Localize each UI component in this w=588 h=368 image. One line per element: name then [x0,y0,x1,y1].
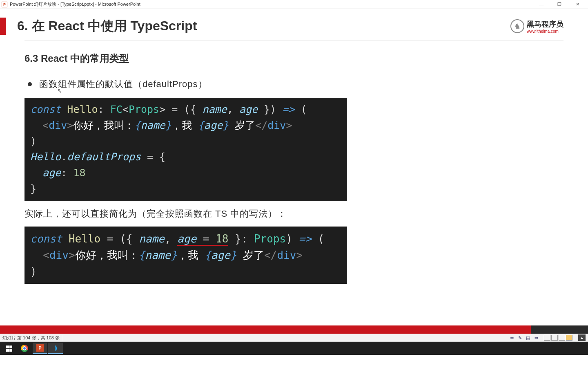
bullet-icon [28,82,32,86]
code-block-1: const Hello: FC<Props> = ({ name, age })… [24,98,347,201]
slide-show-area[interactable]: 6. 在 React 中使用 TypeScript ♞ 黑马程序员 www.it… [0,9,588,334]
logo: ♞ 黑马程序员 www.itheima.com [510,19,564,34]
powerpoint-taskbar-icon: P [36,344,44,352]
taskbar: P ≬ [0,342,588,355]
title-bar: P PowerPoint 幻灯片放映 - [TypeScript.pptx] -… [0,0,588,9]
vscode-taskbar-button[interactable]: ≬ [48,343,63,354]
menu-icon[interactable]: ▤ [525,335,531,341]
sorter-view-button[interactable] [551,335,558,341]
powerpoint-taskbar-button[interactable]: P [33,343,47,354]
expand-up-icon[interactable]: ▲ [578,334,586,341]
view-buttons [544,335,572,341]
window-controls: — ❐ ✕ [532,0,586,9]
slide-footer-dark [531,325,588,334]
status-bar: 幻灯片 第 104 张，共 108 张 ⬅ ✎ ▤ ➡ ▲ [0,334,588,342]
slide-subtitle: 6.3 React 中的常用类型 [24,52,564,65]
slide-content: 6. 在 React 中使用 TypeScript ♞ 黑马程序员 www.it… [0,9,588,325]
bullet-item: 函数组件属性的默认值（defaultProps） [28,78,564,90]
slide-footer-accent [0,325,588,334]
bullet-text: 函数组件属性的默认值（defaultProps） [39,78,207,90]
logo-brand: 黑马程序员 [527,19,564,29]
vscode-icon: ≬ [52,344,59,352]
slideshow-view-button[interactable] [566,335,572,341]
windows-logo-icon [6,346,12,352]
next-slide-icon[interactable]: ➡ [533,335,539,341]
accent-bar [0,18,6,35]
logo-icon: ♞ [510,19,524,33]
reading-view-button[interactable] [559,335,565,341]
prev-slide-icon[interactable]: ⬅ [509,335,514,341]
pen-icon[interactable]: ✎ [517,335,523,341]
chrome-icon [21,345,28,352]
window-title: PowerPoint 幻灯片放映 - [TypeScript.pptx] - M… [10,1,532,7]
maximize-button[interactable]: ❐ [550,0,568,9]
start-button[interactable] [2,343,16,354]
logo-url: www.itheima.com [527,29,564,34]
slide-title: 6. 在 React 中使用 TypeScript [17,17,510,35]
slide-counter: 幻灯片 第 104 张，共 108 张 [2,335,63,341]
normal-view-button[interactable] [544,335,550,341]
close-button[interactable]: ✕ [568,0,586,9]
body-text: 实际上，还可以直接简化为（完全按照函数在 TS 中的写法）： [24,208,564,220]
code-block-2: const Hello = ({ name, age = 18 }: Props… [24,227,347,284]
powerpoint-icon: P [2,2,7,7]
statusbar-controls: ⬅ ✎ ▤ ➡ ▲ [509,334,586,341]
minimize-button[interactable]: — [532,0,550,9]
slide-header: 6. 在 React 中使用 TypeScript ♞ 黑马程序员 www.it… [24,9,564,40]
chrome-taskbar-button[interactable] [17,343,32,354]
